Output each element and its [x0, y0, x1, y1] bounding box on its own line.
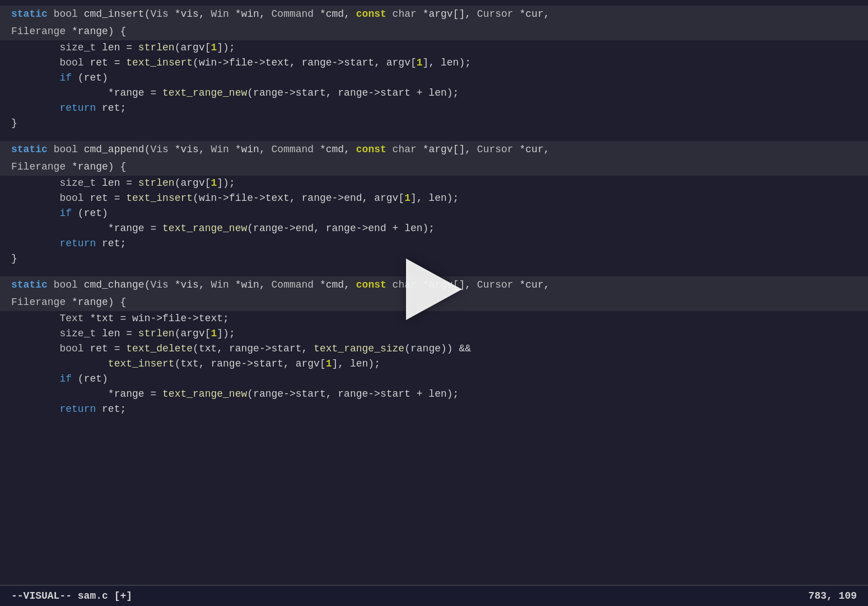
code-line: if (ret) [0, 372, 868, 387]
code-line: if (ret) [0, 71, 868, 86]
play-icon [406, 259, 462, 320]
play-button[interactable] [400, 256, 468, 323]
func-sig-line-1b: Filerange *range) { [0, 23, 868, 40]
status-mode: --VISUAL-- sam.c [+] [11, 589, 132, 604]
code-line: size_t len = strlen(argv[1]); [0, 176, 868, 191]
code-line: size_t len = strlen(argv[1]); [0, 326, 868, 341]
code-line: *range = text_range_new(range->end, rang… [0, 221, 868, 236]
code-area: static bool cmd_insert(Vis *vis, Win *wi… [0, 0, 868, 585]
code-line: size_t len = strlen(argv[1]); [0, 40, 868, 55]
func-sig-line-2b: Filerange *range) { [0, 158, 868, 176]
code-line: *range = text_range_new(range->start, ra… [0, 387, 868, 402]
code-line: text_insert(txt, range->start, argv[1], … [0, 356, 868, 372]
code-line: return ret; [0, 236, 868, 251]
code-line: bool ret = text_delete(txt, range->start… [0, 341, 868, 356]
func-sig-line-2: static bool cmd_append(Vis *vis, Win *wi… [0, 141, 868, 158]
code-line: return ret; [0, 402, 868, 417]
func-sig-line-1: static bool cmd_insert(Vis *vis, Win *wi… [0, 6, 868, 23]
code-line: *range = text_range_new(range->start, ra… [0, 86, 868, 101]
code-line: bool ret = text_insert(win->file->text, … [0, 55, 868, 71]
code-editor: static bool cmd_insert(Vis *vis, Win *wi… [0, 0, 868, 606]
status-bar: --VISUAL-- sam.c [+] 783, 109 [0, 585, 868, 606]
code-line: return ret; [0, 101, 868, 116]
code-line: if (ret) [0, 206, 868, 221]
status-position: 783, 109 [809, 589, 857, 604]
code-line: bool ret = text_insert(win->file->text, … [0, 191, 868, 206]
code-line: } [0, 116, 868, 131]
separator [0, 131, 868, 141]
